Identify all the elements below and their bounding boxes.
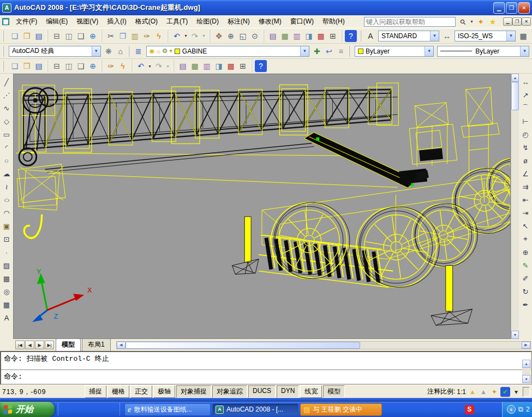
layer-previous-icon[interactable]: ↩: [323, 45, 335, 57]
vertical-scroll-track[interactable]: [511, 110, 519, 331]
ellipse-arc-icon[interactable]: ◠: [1, 206, 13, 219]
save-icon[interactable]: ▤: [33, 30, 45, 42]
toggle-对象追踪[interactable]: 对象追踪: [212, 385, 247, 398]
jogged-dimension-icon[interactable]: ↯: [520, 141, 531, 154]
win-restore-icon[interactable]: ❐: [506, 2, 517, 14]
command-window[interactable]: 命令: 扫描被 Control-C 终止 命令: ▲ ▼: [0, 351, 532, 385]
toolbar-grip[interactable]: [3, 61, 5, 72]
command-scrollbar[interactable]: ▲ ▼: [522, 360, 530, 383]
horizontal-scroll-track[interactable]: [360, 342, 522, 349]
task-ie-document[interactable]: e 散料输送设备图纸...: [124, 403, 211, 416]
new-file-icon[interactable]: ❏: [9, 60, 21, 72]
continue-dimension-icon[interactable]: ⇥: [520, 206, 531, 219]
menu-insert[interactable]: 插入(I): [103, 15, 130, 28]
drawing-area[interactable]: Y X Z: [13, 74, 511, 339]
layer-properties-icon[interactable]: ≣: [133, 45, 145, 57]
undo-icon[interactable]: ↶: [135, 60, 147, 72]
dim-style-combo[interactable]: ISO-25_WS ▼: [455, 31, 516, 41]
tool-palettes-icon[interactable]: ▥: [201, 60, 213, 72]
cut-icon[interactable]: ✂: [105, 30, 117, 42]
chevron-down-icon[interactable]: ▼: [506, 31, 515, 41]
tolerance-icon[interactable]: ⌖: [520, 233, 531, 246]
network-icon[interactable]: ⧉: [518, 405, 523, 414]
multiline-text-icon[interactable]: A: [1, 311, 13, 324]
menu-draw[interactable]: 绘图(D): [192, 15, 223, 28]
publish-icon[interactable]: ❑: [75, 60, 87, 72]
favorites-icon[interactable]: ★: [487, 16, 499, 28]
vertical-scrollbar[interactable]: ▲ ▼: [511, 74, 519, 339]
copy-icon[interactable]: ❐: [117, 30, 129, 42]
text-style-icon[interactable]: A: [364, 30, 376, 42]
help-icon[interactable]: ?: [345, 30, 357, 42]
menu-format[interactable]: 格式(O): [131, 15, 162, 28]
diameter-dimension-icon[interactable]: ø: [520, 154, 531, 167]
dimension-update-icon[interactable]: ↻: [520, 285, 531, 298]
zoom-previous-icon[interactable]: ⊙: [249, 30, 261, 42]
coordinates-readout[interactable]: 713, 9 , -609: [2, 388, 83, 396]
insert-block-icon[interactable]: ▣: [1, 219, 13, 233]
toggle-DUCS[interactable]: DUCS: [248, 385, 276, 398]
center-mark-icon[interactable]: ⊕: [520, 246, 531, 259]
revision-cloud-icon[interactable]: ☁: [1, 167, 13, 180]
point-icon[interactable]: ∙: [1, 246, 13, 259]
tool-palettes-icon[interactable]: ▥: [291, 30, 303, 42]
chevron-down-icon[interactable]: ▼: [92, 46, 100, 56]
table-icon[interactable]: ▦: [1, 298, 13, 311]
layer-lock-icon[interactable]: ✦: [169, 47, 174, 55]
workspace-gear-icon[interactable]: ❋: [103, 45, 115, 57]
plot-icon[interactable]: ⊟: [51, 60, 63, 72]
dimension-style-icon[interactable]: ✒: [520, 298, 531, 311]
scroll-up-icon[interactable]: ▲: [511, 74, 519, 82]
menu-modify[interactable]: 修改(M): [254, 15, 286, 28]
annotation-scale-icon[interactable]: ▲: [468, 387, 477, 397]
quickcalc-icon[interactable]: ⊞: [327, 30, 339, 42]
tray-chevron-icon[interactable]: ‹: [507, 405, 516, 414]
chevron-down-icon[interactable]: ▼: [300, 46, 309, 56]
dimension-edit-icon[interactable]: ✎: [520, 259, 531, 272]
toolbar-grip[interactable]: [3, 31, 5, 41]
menu-view[interactable]: 视图(V): [72, 15, 103, 28]
toggle-栅格[interactable]: 栅格: [107, 385, 129, 398]
menu-window[interactable]: 窗口(W): [286, 15, 318, 28]
redo-drop-icon[interactable]: ▾: [165, 60, 171, 72]
menu-dimension[interactable]: 标注(N): [223, 15, 254, 28]
workspace-save-icon[interactable]: ⌂: [115, 45, 127, 57]
angular-dimension-icon[interactable]: ∠: [520, 167, 531, 180]
linetype-combo[interactable]: ByLayer ▼: [437, 46, 529, 57]
toolbar-grip[interactable]: [360, 31, 363, 41]
horizontal-scrollbar[interactable]: ◀ ▶: [116, 341, 531, 349]
undo-icon[interactable]: ↶: [171, 30, 183, 42]
hatch-icon[interactable]: ▨: [1, 259, 13, 272]
toggle-线宽[interactable]: 线宽: [300, 385, 322, 398]
paste-icon[interactable]: ▥: [129, 30, 141, 42]
mdi-close-icon[interactable]: ✕: [522, 17, 531, 26]
polygon-icon[interactable]: ◇: [1, 115, 13, 128]
block-editor-icon[interactable]: ϟ: [153, 30, 165, 42]
toggle-DYN[interactable]: DYN: [277, 385, 299, 398]
quick-dimension-icon[interactable]: ⇉: [520, 180, 531, 193]
undo-drop-icon[interactable]: ▾: [183, 30, 189, 42]
properties-icon[interactable]: ▤: [177, 60, 189, 72]
spline-icon[interactable]: ≀: [1, 180, 13, 193]
sheetset-manager-icon[interactable]: ◨: [303, 30, 315, 42]
chevron-down-icon[interactable]: ▼: [430, 31, 439, 41]
clean-screen-icon[interactable]: ✔: [500, 387, 510, 397]
status-menu-icon[interactable]: ▾: [511, 387, 521, 397]
layer-on-icon[interactable]: ◉: [150, 47, 155, 55]
radius-dimension-icon[interactable]: ◴: [520, 128, 531, 141]
open-icon[interactable]: ❒: [21, 30, 33, 42]
task-messenger-chat[interactable]: ▤ 与 王筱鹏 交谈中: [300, 403, 382, 416]
region-icon[interactable]: ◎: [1, 285, 13, 298]
redo-icon[interactable]: ↷: [153, 60, 165, 72]
redo-icon[interactable]: ↷: [189, 30, 201, 42]
menu-edit[interactable]: 编辑(E): [41, 15, 72, 28]
vertical-scroll-thumb[interactable]: [511, 82, 519, 110]
task-autocad[interactable]: A AutoCAD 2008 - [...: [212, 403, 298, 416]
status-tray-box[interactable]: [523, 387, 530, 397]
mdi-minimize-icon[interactable]: ▁: [503, 17, 512, 26]
ellipse-icon[interactable]: ○: [0, 193, 13, 206]
menu-help[interactable]: 帮助(H): [318, 15, 349, 28]
color-combo[interactable]: ByLayer ▼: [355, 46, 434, 57]
grip-point[interactable]: [411, 183, 414, 186]
designcenter-icon[interactable]: ▦: [189, 60, 201, 72]
